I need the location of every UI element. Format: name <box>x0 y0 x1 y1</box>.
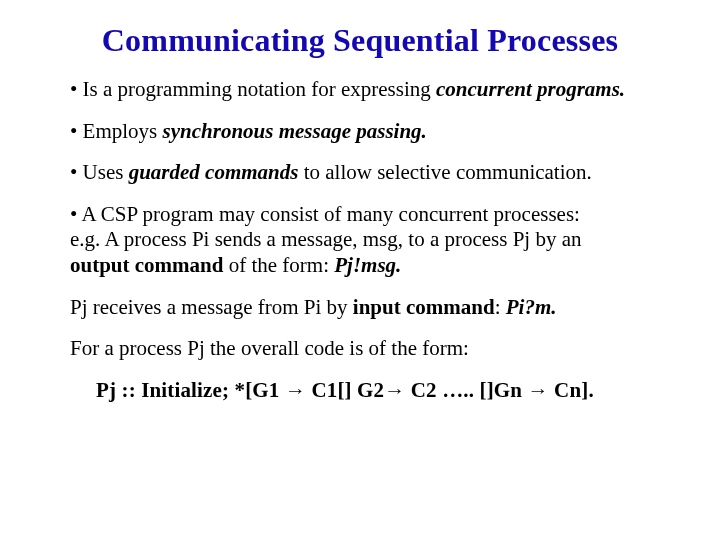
bullet-4-line3-b: of the form: <box>223 253 334 277</box>
para-code-intro: For a process Pj the overall code is of … <box>70 336 654 362</box>
bullet-2: • Employs synchronous message passing. <box>70 119 654 145</box>
para-input-command: Pj receives a message from Pi by input c… <box>70 295 654 321</box>
bullet-3-em: guarded commands <box>129 160 299 184</box>
code-a: Pj :: Initialize; *[G1 <box>96 378 285 402</box>
arrow-icon: → <box>528 378 549 403</box>
arrow-icon: → <box>384 378 405 403</box>
bullet-4: • A CSP program may consist of many conc… <box>70 202 654 279</box>
bullet-3: • Uses guarded commands to allow selecti… <box>70 160 654 186</box>
bullet-4-line1: • A CSP program may consist of many conc… <box>70 202 580 226</box>
bullet-3-lead: • Uses <box>70 160 129 184</box>
code-b: C1[] G2 <box>306 378 384 402</box>
bullet-1-em: concurrent programs. <box>436 77 625 101</box>
bullet-4-line2: e.g. A process Pi sends a message, msg, … <box>70 227 582 251</box>
p5-c: : <box>495 295 506 319</box>
slide-body: • Is a programming notation for expressi… <box>48 77 672 403</box>
bullet-1: • Is a programming notation for expressi… <box>70 77 654 103</box>
bullet-1-mid: for expressing <box>306 77 436 101</box>
bullet-2-lead: • Employs <box>70 119 163 143</box>
bullet-2-em: synchronous message passing. <box>163 119 427 143</box>
code-d: Cn]. <box>549 378 594 402</box>
bullet-4-line3-c: Pj!msg. <box>334 253 401 277</box>
code-line: Pj :: Initialize; *[G1 → C1[] G2→ C2 …..… <box>96 378 654 403</box>
p5-a: Pj receives a message from Pi by <box>70 295 353 319</box>
p5-d: Pi?m. <box>506 295 557 319</box>
arrow-icon: → <box>285 378 306 403</box>
slide-title: Communicating Sequential Processes <box>48 22 672 59</box>
code-c: C2 ….. []Gn <box>405 378 527 402</box>
slide: Communicating Sequential Processes • Is … <box>0 0 720 540</box>
bullet-1-lead: • Is a programming notation <box>70 77 306 101</box>
bullet-4-line3-a: output command <box>70 253 223 277</box>
bullet-3-tail: to allow selective communication. <box>298 160 591 184</box>
p5-b: input command <box>353 295 495 319</box>
